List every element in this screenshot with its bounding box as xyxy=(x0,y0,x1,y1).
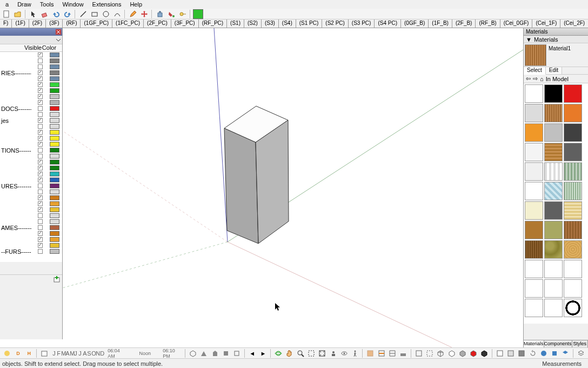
layer-visibility-checkbox[interactable] xyxy=(38,124,43,129)
layer-color-swatch[interactable] xyxy=(50,231,59,236)
month-tick[interactable]: J xyxy=(74,350,78,357)
layer-color-swatch[interactable] xyxy=(50,160,59,165)
material-swatch[interactable] xyxy=(564,143,582,161)
layer-row[interactable] xyxy=(0,153,62,159)
material-swatch[interactable] xyxy=(564,299,582,317)
pencil-icon[interactable] xyxy=(128,9,138,19)
scene-tab[interactable]: (2F_B) xyxy=(452,19,476,28)
material-swatch[interactable] xyxy=(525,221,543,239)
layer-row[interactable] xyxy=(0,94,62,100)
layer-color-swatch[interactable] xyxy=(50,142,59,147)
material-swatch[interactable] xyxy=(544,123,563,142)
material-swatch[interactable] xyxy=(564,260,582,278)
next-scene-icon[interactable]: ► xyxy=(258,349,268,358)
layer-visibility-checkbox[interactable] xyxy=(38,94,43,99)
scene-tab[interactable]: (3F_PC) xyxy=(171,19,199,28)
layer-visibility-checkbox[interactable] xyxy=(38,106,43,111)
scene-tab[interactable]: (Cei_0GF) xyxy=(500,19,533,28)
right-view-icon[interactable] xyxy=(221,349,231,358)
layer-color-swatch[interactable] xyxy=(50,201,59,206)
month-tick[interactable]: M xyxy=(61,350,65,357)
layer-visibility-checkbox[interactable] xyxy=(38,249,43,254)
scene-tab[interactable]: (RF) xyxy=(63,19,81,28)
layer-row[interactable]: TIONS---------- xyxy=(0,147,62,153)
layer-visibility-checkbox[interactable] xyxy=(38,201,43,206)
month-tick[interactable]: D xyxy=(100,350,104,357)
layer-color-swatch[interactable] xyxy=(50,154,59,159)
back-icon[interactable]: ⇦ xyxy=(526,75,531,82)
layer-row[interactable] xyxy=(0,213,62,219)
shaded-icon[interactable] xyxy=(458,349,467,358)
material-swatch[interactable] xyxy=(564,104,582,122)
section-fill-icon[interactable] xyxy=(398,349,408,358)
material-swatch[interactable] xyxy=(525,299,543,317)
material-swatch[interactable] xyxy=(525,104,543,122)
rectangle-icon[interactable] xyxy=(89,9,99,19)
layer-color-swatch[interactable] xyxy=(50,178,59,182)
layer-visibility-checkbox[interactable] xyxy=(38,219,43,224)
visible-header[interactable]: Visible xyxy=(24,44,42,51)
layer-color-swatch[interactable] xyxy=(50,249,59,254)
layer-color-swatch[interactable] xyxy=(50,82,59,87)
month-tick[interactable]: M xyxy=(70,350,74,357)
layer-row[interactable]: DOCS----------- xyxy=(0,106,62,111)
tab-edit[interactable]: Edit xyxy=(546,67,562,74)
back-view-icon[interactable] xyxy=(232,349,242,358)
scene-tab[interactable]: (0GF_B) xyxy=(401,19,429,28)
layer-row[interactable]: URES----------- xyxy=(0,183,62,189)
new-icon[interactable] xyxy=(1,9,11,19)
layer-row[interactable] xyxy=(0,201,62,207)
layer-visibility-checkbox[interactable] xyxy=(38,207,43,212)
layer-color-swatch[interactable] xyxy=(50,130,59,135)
menu-item[interactable]: a xyxy=(1,1,13,8)
layer-visibility-checkbox[interactable] xyxy=(38,70,43,75)
layer-visibility-checkbox[interactable] xyxy=(38,189,43,194)
current-material-swatch[interactable] xyxy=(525,44,546,66)
layer-row[interactable] xyxy=(0,123,62,129)
style2-icon[interactable] xyxy=(506,349,516,358)
layer-color-swatch[interactable] xyxy=(50,207,59,212)
material-swatch[interactable] xyxy=(544,104,563,122)
open-icon[interactable] xyxy=(12,9,23,19)
position-camera-icon[interactable] xyxy=(328,349,338,358)
pushpull-icon[interactable] xyxy=(155,9,165,19)
layer-visibility-checkbox[interactable] xyxy=(38,160,43,165)
date-icon[interactable]: D xyxy=(13,349,23,358)
layer-visibility-checkbox[interactable] xyxy=(38,142,43,147)
material-swatch[interactable] xyxy=(564,279,582,298)
layer-visibility-checkbox[interactable] xyxy=(38,118,43,123)
scene-tab[interactable]: (S4 PC) xyxy=(375,19,401,28)
layer-color-swatch[interactable] xyxy=(50,94,59,99)
material-swatch[interactable] xyxy=(525,279,543,298)
layer-row[interactable] xyxy=(0,52,62,58)
scene-tab[interactable]: (RF_PC) xyxy=(199,19,227,28)
layer-color-swatch[interactable] xyxy=(50,64,59,69)
hidden-line-icon[interactable] xyxy=(446,349,456,358)
menu-item[interactable]: Draw xyxy=(13,1,36,8)
eraser-icon[interactable] xyxy=(39,9,50,19)
month-tick[interactable]: O xyxy=(91,350,96,357)
layer-color-swatch[interactable] xyxy=(50,136,59,141)
layer-color-swatch[interactable] xyxy=(50,243,59,248)
menu-item[interactable]: Window xyxy=(58,1,88,8)
scene-tab[interactable]: (S1 PC) xyxy=(296,19,323,28)
material-swatch[interactable] xyxy=(564,84,582,103)
layer-color-swatch[interactable] xyxy=(50,112,59,117)
layer-row[interactable] xyxy=(0,76,62,82)
layer-visibility-checkbox[interactable] xyxy=(38,82,43,87)
style3-icon[interactable] xyxy=(517,349,526,358)
material-swatch[interactable] xyxy=(525,123,543,142)
layers-icon[interactable] xyxy=(576,349,586,358)
arc-icon[interactable] xyxy=(112,9,122,19)
layer-visibility-checkbox[interactable] xyxy=(38,237,43,242)
iso-icon[interactable] xyxy=(188,349,198,358)
refresh-icon[interactable] xyxy=(527,349,537,358)
scene-tab[interactable]: (Cei_2F) xyxy=(560,19,588,28)
material-swatch[interactable] xyxy=(544,221,563,239)
material-swatch[interactable] xyxy=(544,143,563,161)
layer-visibility-checkbox[interactable] xyxy=(38,195,43,200)
material-swatch[interactable] xyxy=(564,182,582,200)
scene-tab[interactable]: (3F) xyxy=(46,19,63,28)
tape-icon[interactable] xyxy=(177,9,188,19)
panel-section[interactable]: ▼Materials xyxy=(524,36,588,43)
